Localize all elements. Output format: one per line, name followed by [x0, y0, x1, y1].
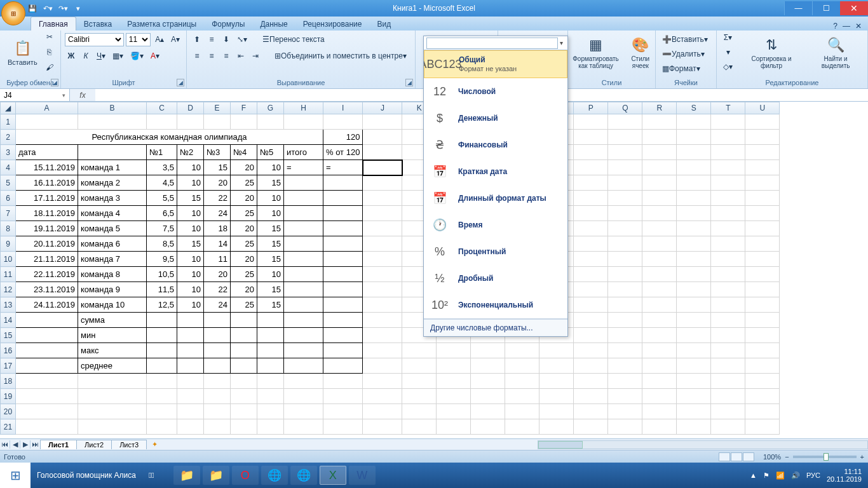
cell-C20[interactable]	[147, 404, 177, 419]
cell-L19[interactable]	[437, 389, 471, 404]
cell-G17[interactable]	[257, 358, 284, 374]
cell-H10[interactable]	[284, 252, 323, 267]
window-maximize[interactable]: ☐	[812, 1, 840, 15]
row-header-13[interactable]: 13	[1, 297, 16, 313]
tab-вставка[interactable]: Вставка	[76, 17, 120, 30]
cell-B4[interactable]: команда 1	[78, 160, 147, 175]
row-header-20[interactable]: 20	[1, 404, 16, 419]
cell-F1[interactable]	[231, 114, 257, 130]
cell-J3[interactable]	[363, 145, 402, 160]
cell-T6[interactable]	[711, 191, 745, 206]
cell-A16[interactable]	[16, 343, 78, 358]
number-format-общий[interactable]: ABC123ОбщийФормат не указан	[424, 50, 567, 78]
cell-H12[interactable]	[284, 282, 323, 297]
cell-K18[interactable]	[402, 374, 437, 389]
number-format-input[interactable]	[426, 37, 558, 49]
cell-B12[interactable]: команда 9	[78, 282, 147, 297]
tab-главная[interactable]: Главная	[31, 17, 76, 30]
cell-R17[interactable]	[642, 358, 677, 374]
cell-U3[interactable]	[745, 145, 780, 160]
cell-A13[interactable]: 24.11.2019	[16, 297, 78, 313]
cell-R16[interactable]	[642, 343, 677, 358]
cell-G8[interactable]: 15	[257, 221, 284, 236]
cell-G4[interactable]: 10	[257, 160, 284, 175]
cell-G6[interactable]: 10	[257, 191, 284, 206]
cell-I2[interactable]: 120	[323, 130, 363, 145]
row-header-9[interactable]: 9	[1, 236, 16, 252]
cell-U17[interactable]	[745, 358, 780, 374]
cell-O19[interactable]	[539, 389, 574, 404]
cell-H8[interactable]	[284, 221, 323, 236]
cell-D20[interactable]	[177, 404, 204, 419]
cell-M17[interactable]	[471, 358, 505, 374]
number-format-краткая-дата[interactable]: 📅Краткая дата	[424, 158, 567, 185]
cell-J6[interactable]	[363, 191, 402, 206]
cell-Q6[interactable]	[608, 191, 642, 206]
cell-U16[interactable]	[745, 343, 780, 358]
cell-D15[interactable]	[177, 328, 204, 343]
new-sheet-icon[interactable]: ✦	[147, 440, 163, 449]
cell-D14[interactable]	[177, 313, 204, 328]
autosum-icon[interactable]: Σ▾	[721, 30, 735, 44]
font-size-select[interactable]: 11	[126, 33, 151, 46]
col-header-Q[interactable]: Q	[608, 102, 642, 114]
select-all-corner[interactable]: ◢	[1, 102, 16, 114]
row-header-5[interactable]: 5	[1, 175, 16, 191]
cell-A8[interactable]: 19.11.2019	[16, 221, 78, 236]
cell-F15[interactable]	[231, 328, 257, 343]
cell-D4[interactable]: 10	[177, 160, 204, 175]
cell-N16[interactable]	[505, 343, 539, 358]
cell-E15[interactable]	[204, 328, 231, 343]
row-header-6[interactable]: 6	[1, 191, 16, 206]
cell-L16[interactable]	[437, 343, 471, 358]
wrap-text-button[interactable]: ☰ Перенос текста	[260, 32, 327, 46]
cell-D7[interactable]: 10	[177, 206, 204, 221]
fx-icon[interactable]: fx	[70, 91, 95, 100]
row-header-12[interactable]: 12	[1, 282, 16, 297]
cell-E7[interactable]: 24	[204, 206, 231, 221]
cell-T1[interactable]	[711, 114, 745, 130]
number-format-денежный[interactable]: $Денежный	[424, 105, 567, 132]
align-middle-icon[interactable]: ≡	[205, 32, 218, 46]
clear-icon[interactable]: ◇▾	[721, 60, 735, 74]
cell-C19[interactable]	[147, 389, 177, 404]
tray-flag-icon[interactable]: ⚑	[763, 471, 770, 480]
cell-R18[interactable]	[642, 374, 677, 389]
cell-R7[interactable]	[642, 206, 677, 221]
cell-R5[interactable]	[642, 175, 677, 191]
col-header-D[interactable]: D	[177, 102, 204, 114]
tab-данные[interactable]: Данные	[252, 17, 295, 30]
cell-P11[interactable]	[574, 267, 608, 282]
cell-G13[interactable]: 15	[257, 297, 284, 313]
cell-styles-button[interactable]: 🎨Стили ячеек	[627, 34, 654, 71]
cell-I12[interactable]	[323, 282, 363, 297]
fill-icon[interactable]: ▾	[721, 45, 735, 59]
delete-cells-button[interactable]: ➖ Удалить ▾	[660, 47, 715, 61]
cell-E19[interactable]	[204, 389, 231, 404]
cell-A11[interactable]: 22.11.2019	[16, 267, 78, 282]
cell-E5[interactable]: 20	[204, 175, 231, 191]
cell-F9[interactable]: 25	[231, 236, 257, 252]
cell-K21[interactable]	[402, 419, 437, 435]
cell-H13[interactable]	[284, 297, 323, 313]
align-center-icon[interactable]: ≡	[205, 49, 218, 63]
cell-H6[interactable]	[284, 191, 323, 206]
cell-C15[interactable]	[147, 328, 177, 343]
cell-S12[interactable]	[677, 282, 711, 297]
cell-S2[interactable]	[677, 130, 711, 145]
cell-G10[interactable]: 15	[257, 252, 284, 267]
cell-P9[interactable]	[574, 236, 608, 252]
cell-Q3[interactable]	[608, 145, 642, 160]
row-header-14[interactable]: 14	[1, 313, 16, 328]
cell-U21[interactable]	[745, 419, 780, 435]
cell-F12[interactable]: 20	[231, 282, 257, 297]
taskbar-chrome2-icon[interactable]: 🌐	[290, 466, 317, 485]
cell-H18[interactable]	[284, 374, 323, 389]
cell-A9[interactable]: 20.11.2019	[16, 236, 78, 252]
col-header-A[interactable]: A	[16, 102, 78, 114]
row-header-4[interactable]: 4	[1, 160, 16, 175]
view-break-icon[interactable]	[743, 452, 754, 461]
cell-D18[interactable]	[177, 374, 204, 389]
cell-T19[interactable]	[711, 389, 745, 404]
cell-C16[interactable]	[147, 343, 177, 358]
